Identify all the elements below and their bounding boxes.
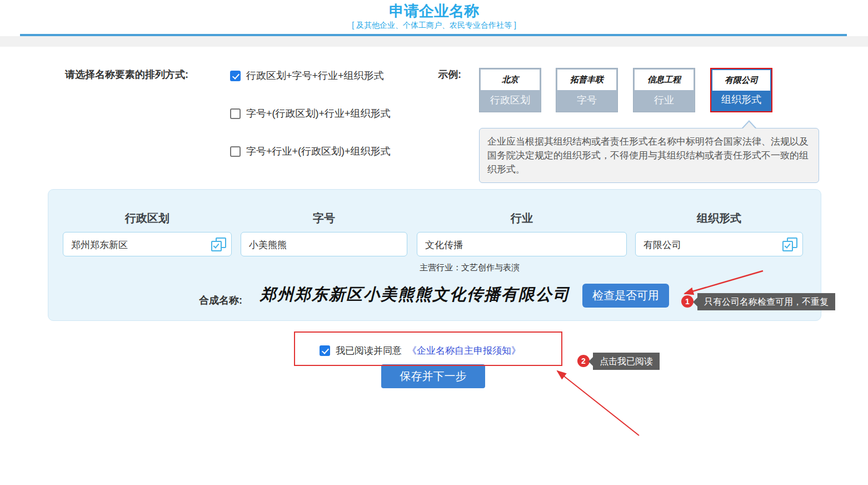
agreement-text: 我已阅读并同意 (336, 344, 402, 357)
orgform-picker-icon[interactable] (782, 237, 797, 251)
arrangement-option-label: 字号+行业+(行政区划)+组织形式 (246, 145, 391, 158)
page-title: 申请企业名称 (0, 1, 868, 21)
arrangement-option-2[interactable]: 字号+(行政区划)+行业+组织形式 (230, 107, 391, 120)
example-box-industry: 信息工程 行业 (633, 68, 695, 112)
orgform-input[interactable] (642, 232, 778, 257)
tradename-field[interactable] (241, 232, 407, 256)
agreement-checkbox-checked-icon[interactable] (320, 345, 330, 356)
checkbox-checked-icon[interactable] (230, 71, 241, 81)
apply-company-name-page: 申请企业名称 [ 及其他企业、个体工商户、农民专业合作社等 ] 请选择名称要素的… (0, 0, 868, 485)
declaration-notice-link[interactable]: 《企业名称自主申报须知》 (407, 344, 521, 357)
example-box-category: 组织形式 (711, 89, 771, 111)
column-header-tradename: 字号 (241, 211, 407, 226)
toolbar-strip (0, 36, 868, 47)
main-industry-note: 主营行业：文艺创作与表演 (420, 263, 520, 273)
checkbox-unchecked-icon[interactable] (230, 146, 241, 157)
arrangement-label: 请选择名称要素的排列方式: (65, 68, 188, 81)
arrangement-option-3[interactable]: 字号+行业+(行政区划)+组织形式 (230, 145, 391, 158)
checkbox-unchecked-icon[interactable] (230, 108, 241, 119)
picker-check-square (782, 241, 793, 251)
arrangement-option-1[interactable]: 行政区划+字号+行业+组织形式 (230, 69, 384, 82)
arrangement-option-label: 行政区划+字号+行业+组织形式 (246, 69, 384, 82)
column-header-orgform: 组织形式 (635, 211, 803, 226)
example-box-tradename: 拓普丰联 字号 (556, 68, 618, 112)
arrangement-option-label: 字号+(行政区划)+行业+组织形式 (246, 107, 391, 120)
step-1-badge: 1 (681, 295, 694, 308)
note-caret-fill (742, 122, 756, 129)
red-arrow-agreement (557, 371, 639, 435)
picker-check-square (211, 241, 222, 251)
check-availability-button[interactable]: 检查是否可用 (582, 284, 669, 308)
example-box-category: 字号 (556, 90, 617, 112)
composed-name-value: 郑州郑东新区小美熊熊文化传播有限公司 (260, 284, 577, 306)
column-header-region: 行政区划 (63, 211, 232, 226)
step-1-tooltip: 只有公司名称检查可用，不重复 (697, 293, 835, 310)
example-box-value: 拓普丰联 (557, 70, 616, 90)
save-next-button[interactable]: 保存并下一步 (381, 364, 485, 388)
region-picker-icon[interactable] (211, 237, 226, 251)
step-2-badge: 2 (577, 355, 590, 367)
example-box-value: 北京 (481, 70, 540, 90)
industry-field[interactable] (417, 232, 627, 256)
step-2-tooltip: 点击我已阅读 (593, 353, 660, 370)
region-field[interactable] (63, 232, 232, 256)
page-subtitle: [ 及其他企业、个体工商户、农民专业合作社等 ] (0, 21, 868, 31)
example-box-region: 北京 行政区划 (479, 68, 541, 112)
industry-input[interactable] (424, 232, 602, 257)
orgform-note: 企业应当根据其组织结构或者责任形式在名称中标明符合国家法律、法规以及国务院决定规… (479, 128, 819, 183)
example-box-category: 行业 (633, 90, 695, 112)
agreement-row[interactable]: 我已阅读并同意 《企业名称自主申报须知》 (320, 344, 521, 357)
column-header-industry: 行业 (417, 211, 627, 226)
example-box-value: 有限公司 (712, 70, 770, 91)
example-box-category: 行政区划 (480, 90, 541, 112)
example-box-value: 信息工程 (635, 70, 694, 90)
example-label: 示例: (438, 68, 461, 81)
orgform-field[interactable] (635, 232, 803, 256)
example-box-orgform-highlighted: 有限公司 组织形式 (710, 68, 772, 112)
tradename-input[interactable] (248, 232, 382, 257)
composed-name-label: 合成名称: (199, 294, 242, 307)
region-input[interactable] (70, 232, 207, 257)
